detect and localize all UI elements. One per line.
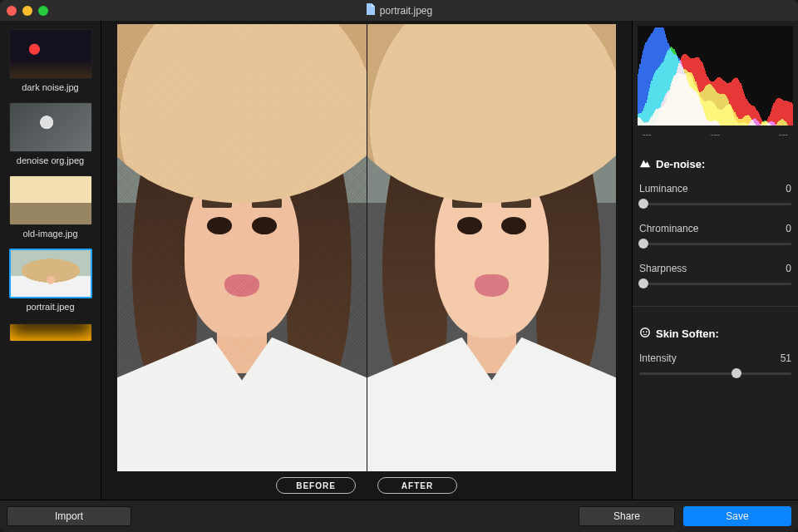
svg-point-1 bbox=[643, 331, 644, 332]
luminance-value: 0 bbox=[786, 183, 791, 195]
thumb-label: denoise org.jpeg bbox=[17, 155, 84, 165]
luminance-slider[interactable] bbox=[639, 198, 791, 209]
thumb-label: dark noise.jpg bbox=[22, 82, 79, 92]
thumb-dark-noise[interactable]: dark noise.jpg bbox=[7, 29, 94, 92]
before-after-row: BEFORE AFTER bbox=[101, 471, 632, 500]
save-button[interactable]: Save bbox=[683, 506, 791, 526]
histogram-stats: --- --- --- bbox=[638, 126, 793, 145]
preview-wrap bbox=[101, 21, 632, 471]
stat-c: --- bbox=[779, 129, 788, 139]
stat-b: --- bbox=[711, 129, 720, 139]
sharpness-slider[interactable] bbox=[639, 278, 791, 289]
before-after-pair[interactable] bbox=[117, 24, 616, 471]
intensity-param: Intensity 51 bbox=[639, 352, 791, 379]
share-button[interactable]: Share bbox=[579, 506, 675, 526]
thumb-image bbox=[9, 323, 92, 342]
intensity-label: Intensity bbox=[639, 352, 677, 364]
intensity-slider[interactable] bbox=[639, 367, 791, 379]
thumbnail-sidebar: dark noise.jpg denoise org.jpeg old-imag… bbox=[0, 21, 101, 500]
intensity-value: 51 bbox=[781, 352, 791, 364]
thumb-image bbox=[9, 175, 92, 225]
thumb-extra[interactable] bbox=[7, 323, 94, 342]
stat-a: --- bbox=[643, 129, 652, 139]
chrominance-label: Chrominance bbox=[639, 223, 698, 234]
mountain-icon bbox=[639, 157, 651, 171]
sharpness-value: 0 bbox=[786, 263, 791, 274]
thumb-old-image[interactable]: old-image.jpg bbox=[7, 175, 94, 239]
titlebar: portrait.jpeg bbox=[0, 0, 798, 21]
window-title: portrait.jpeg bbox=[380, 5, 432, 17]
chrominance-slider[interactable] bbox=[639, 238, 791, 249]
chrominance-value: 0 bbox=[786, 223, 791, 234]
app-window: portrait.jpeg dark noise.jpg denoise org… bbox=[0, 0, 798, 532]
after-button[interactable]: AFTER bbox=[377, 477, 457, 494]
thumb-image bbox=[9, 29, 92, 79]
sharpness-label: Sharpness bbox=[639, 263, 687, 274]
thumb-label: old-image.jpg bbox=[22, 229, 77, 239]
thumb-portrait[interactable]: portrait.jpeg bbox=[7, 249, 94, 312]
before-button[interactable]: BEFORE bbox=[276, 477, 356, 494]
panel-divider bbox=[633, 306, 798, 307]
minimize-window-button[interactable] bbox=[22, 6, 32, 16]
luminance-param: Luminance 0 bbox=[639, 183, 791, 209]
bottom-bar: Import Share Save bbox=[0, 500, 798, 532]
thumb-image bbox=[9, 249, 92, 298]
histogram[interactable] bbox=[638, 26, 793, 126]
svg-point-2 bbox=[646, 331, 648, 332]
preview-before bbox=[117, 24, 367, 471]
svg-point-0 bbox=[641, 328, 650, 337]
zoom-window-button[interactable] bbox=[38, 6, 48, 16]
traffic-lights bbox=[7, 6, 48, 16]
import-button[interactable]: Import bbox=[7, 506, 131, 526]
close-window-button[interactable] bbox=[7, 6, 17, 16]
thumb-label: portrait.jpeg bbox=[26, 302, 74, 312]
skin-heading: Skin Soften: bbox=[639, 327, 793, 341]
thumb-image bbox=[9, 102, 92, 152]
preview-area: BEFORE AFTER bbox=[101, 21, 632, 500]
chrominance-param: Chrominance 0 bbox=[639, 223, 791, 249]
preview-after bbox=[367, 24, 616, 471]
file-icon bbox=[366, 3, 376, 17]
thumb-denoise-org[interactable]: denoise org.jpeg bbox=[7, 102, 94, 165]
luminance-label: Luminance bbox=[639, 183, 688, 195]
face-icon bbox=[639, 327, 651, 341]
main-content: dark noise.jpg denoise org.jpeg old-imag… bbox=[0, 21, 798, 500]
denoise-heading: De-noise: bbox=[639, 157, 793, 171]
sharpness-param: Sharpness 0 bbox=[639, 263, 791, 289]
controls-panel: --- --- --- De-noise: Luminance 0 bbox=[632, 21, 798, 500]
